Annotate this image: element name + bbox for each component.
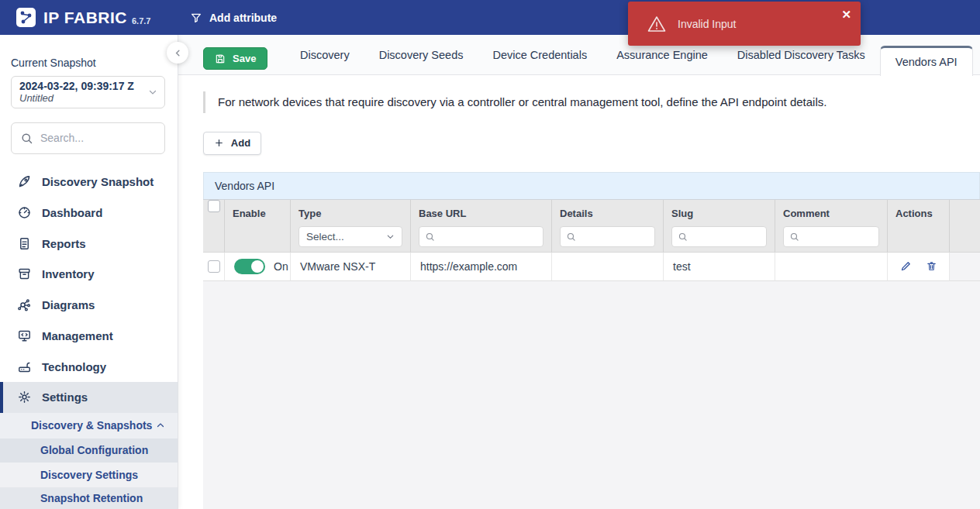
chevron-down-icon [386, 232, 395, 241]
save-button-label: Save [233, 53, 256, 64]
sidebar-item-snapshot-retention[interactable]: Snapshot Retention [0, 487, 178, 509]
vendors-api-description: For network devices that require discove… [203, 91, 980, 113]
column-header-slug: Slug [671, 208, 693, 219]
search-input[interactable] [40, 132, 156, 144]
sidebar-item-label: Reports [42, 237, 86, 250]
search-icon [566, 232, 576, 242]
column-header-actions: Actions [895, 208, 933, 219]
gear-icon [17, 390, 32, 404]
brand-name: IP FABRIC [43, 9, 127, 27]
sidebar-item-global-configuration[interactable]: Global Configuration [0, 438, 178, 463]
inventory-icon [17, 267, 32, 281]
sidebar-item-label: Snapshot Retention [40, 492, 143, 504]
sidebar-item-label: Discovery Snapshot [42, 175, 154, 188]
cell-base-url: https://example.com [411, 253, 552, 281]
cell-slug: test [664, 253, 775, 281]
sidebar-item-discovery-settings[interactable]: Discovery Settings [0, 463, 178, 487]
column-header-base-url: Base URL [419, 208, 466, 219]
sidebar-item-technology[interactable]: Technology [0, 351, 178, 382]
edit-icon[interactable] [900, 260, 912, 272]
error-toast: Invalid Input ✕ [628, 2, 861, 46]
table-empty-area [203, 281, 980, 509]
save-button[interactable]: Save [203, 47, 267, 70]
table-header-row: Enable Type Select... Base URL [203, 199, 980, 253]
column-header-details: Details [560, 208, 593, 219]
sidebar-item-reports[interactable]: Reports [0, 228, 178, 259]
floppy-icon [215, 53, 226, 64]
add-attribute-button[interactable]: Add attribute [190, 0, 277, 35]
sidebar: Current Snapshot 2024-03-22, 09:39:17 Z … [0, 35, 178, 509]
chevron-up-icon [156, 421, 165, 430]
sidebar-item-label: Dashboard [42, 206, 102, 219]
sidebar-group-label: Discovery & Snapshots [31, 419, 152, 432]
technology-icon [17, 359, 32, 374]
tab-discovery[interactable]: Discovery [285, 35, 364, 75]
sidebar-item-management[interactable]: Management [0, 321, 178, 352]
diagram-icon [17, 297, 32, 312]
management-icon [17, 328, 32, 343]
snapshot-date: 2024-03-22, 09:39:17 Z [19, 80, 143, 92]
sidebar-item-discovery-snapshot[interactable]: Discovery Snapshot [0, 167, 178, 198]
add-button-label: Add [231, 137, 250, 149]
search-icon [789, 232, 799, 242]
snapshot-name: Untitled [19, 92, 143, 104]
sidebar-item-dashboard[interactable]: Dashboard [0, 198, 178, 229]
vendors-api-table: Vendors API Enable Type Select... Base U… [203, 172, 980, 509]
select-all-checkbox[interactable] [208, 200, 220, 212]
snapshot-select[interactable]: 2024-03-22, 09:39:17 Z Untitled [11, 76, 165, 108]
row-checkbox[interactable] [208, 260, 220, 273]
column-header-enable: Enable [233, 208, 266, 219]
sidebar-collapse-button[interactable] [167, 42, 188, 64]
cell-type: VMware NSX-T [291, 253, 411, 281]
app-version: 6.7.7 [132, 16, 150, 26]
rocket-icon [17, 174, 32, 189]
sidebar-search [11, 122, 165, 154]
column-header-type: Type [298, 208, 321, 219]
main-content: Save Discovery Discovery Seeds Device Cr… [178, 35, 980, 509]
plus-icon [214, 138, 224, 148]
add-attribute-label: Add attribute [209, 12, 277, 24]
enable-toggle[interactable] [234, 259, 265, 274]
toast-close-icon[interactable]: ✕ [841, 9, 851, 20]
add-button[interactable]: Add [203, 132, 261, 155]
type-filter-select[interactable]: Select... [298, 226, 402, 247]
sidebar-item-label: Management [42, 329, 113, 342]
cell-comment [775, 253, 888, 281]
report-icon [17, 236, 32, 251]
funnel-icon [190, 12, 202, 24]
brand-logo[interactable]: IP FABRIC 6.7.7 [0, 7, 150, 28]
tab-discovery-seeds[interactable]: Discovery Seeds [364, 35, 478, 75]
sidebar-item-label: Technology [42, 360, 106, 373]
warning-icon [647, 15, 667, 33]
search-icon [425, 232, 435, 242]
base-url-filter-input[interactable] [419, 226, 543, 247]
column-header-comment: Comment [783, 208, 830, 219]
search-icon [678, 232, 688, 242]
sidebar-item-label: Diagrams [42, 298, 95, 311]
cell-details [552, 253, 664, 281]
sidebar-item-label: Settings [42, 390, 88, 404]
enable-toggle-label: On [274, 260, 288, 273]
search-icon [20, 132, 33, 145]
toast-message: Invalid Input [678, 18, 737, 30]
chevron-down-icon [148, 88, 157, 97]
sidebar-item-label: Inventory [42, 267, 95, 280]
current-snapshot-label: Current Snapshot [11, 57, 178, 69]
sidebar-item-label: Discovery Settings [40, 469, 138, 481]
tab-vendors-api[interactable]: Vendors API [880, 46, 973, 76]
ip-fabric-logo-icon [16, 7, 36, 28]
table-title: Vendors API [203, 172, 980, 199]
gauge-icon [17, 205, 32, 220]
sidebar-item-label: Global Configuration [40, 444, 148, 456]
sidebar-item-inventory[interactable]: Inventory [0, 259, 178, 290]
sidebar-group-discovery-snapshots[interactable]: Discovery & Snapshots [0, 413, 178, 438]
delete-icon[interactable] [926, 260, 937, 272]
sidebar-item-settings[interactable]: Settings [0, 382, 178, 413]
tab-device-credentials[interactable]: Device Credentials [478, 35, 602, 75]
type-filter-value: Select... [306, 231, 344, 242]
sidebar-item-diagrams[interactable]: Diagrams [0, 290, 178, 321]
table-row: On VMware NSX-T https://example.com test [203, 253, 980, 281]
tab-site-separation[interactable]: Site Separation [973, 35, 980, 75]
